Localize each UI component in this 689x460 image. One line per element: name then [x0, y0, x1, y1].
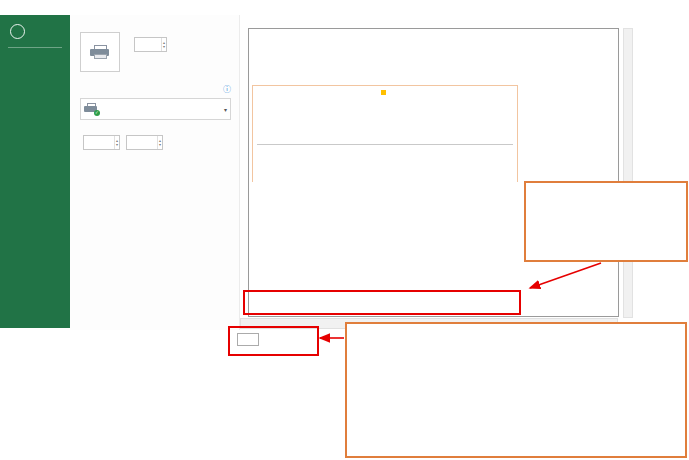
preview-page: [248, 28, 619, 317]
printer-selector[interactable]: ✓ ▾: [80, 98, 231, 120]
print-preview-area: [240, 15, 689, 330]
page-range-from-stepper[interactable]: ▴▾: [83, 135, 120, 150]
spinner-arrows-icon[interactable]: ▴▾: [161, 38, 166, 51]
print-button[interactable]: [80, 32, 120, 72]
printer-icon: [90, 45, 110, 58]
chart-plot-area: [257, 97, 513, 145]
page-range-to-stepper[interactable]: ▴▾: [126, 135, 163, 150]
back-button[interactable]: [10, 24, 25, 39]
info-icon[interactable]: ⓘ: [223, 83, 231, 94]
backstage-sidebar: [0, 15, 70, 328]
excel-backstage-window: ▴▾ ⓘ ✓ ▾: [0, 15, 689, 330]
copies-input[interactable]: [135, 38, 161, 51]
titlebar: [0, 0, 689, 15]
sidebar-divider: [8, 47, 62, 48]
spinner-arrows-icon[interactable]: ▴▾: [157, 136, 162, 149]
preview-vertical-scrollbar[interactable]: [623, 28, 633, 318]
printer-status-icon: ✓: [84, 103, 98, 115]
page-range-to-input[interactable]: [127, 136, 157, 149]
legend-swatch: [381, 90, 386, 95]
page-range-from-input[interactable]: [84, 136, 114, 149]
copies-stepper[interactable]: ▴▾: [134, 37, 167, 52]
annotation-box-page-count: [345, 322, 687, 458]
highlight-rect-cutoff-area: [243, 290, 521, 315]
print-settings-panel: ▴▾ ⓘ ✓ ▾: [70, 15, 240, 330]
highlight-rect-page-nav: [228, 326, 319, 356]
spinner-arrows-icon[interactable]: ▴▾: [114, 136, 119, 149]
chevron-down-icon: ▾: [224, 106, 227, 113]
annotation-box-layout-cutoff: [524, 181, 688, 262]
chart-legend: [253, 90, 517, 95]
bar-chart: [252, 85, 518, 182]
